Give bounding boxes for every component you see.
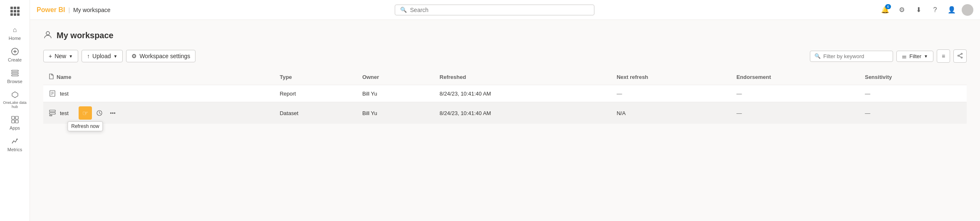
page-header: My workspace <box>43 30 967 41</box>
dataset-icon <box>48 109 57 117</box>
account-button[interactable]: 👤 <box>945 3 958 17</box>
svg-line-15 <box>959 54 961 55</box>
upload-button[interactable]: ↑ Upload ▼ <box>82 50 123 62</box>
col-next-refresh: Next refresh <box>611 69 731 85</box>
share-button[interactable] <box>953 49 967 63</box>
brand: Power BI | My workspace <box>37 6 111 14</box>
svg-point-12 <box>961 53 963 54</box>
name-cell: test ☞ Refresh now <box>43 102 275 124</box>
nav-item-metrics[interactable]: Metrics <box>0 134 30 155</box>
settings-icon: ⚙ <box>131 53 137 59</box>
user-avatar[interactable] <box>962 4 973 16</box>
filter-keyword-box[interactable]: 🔍 <box>810 51 893 62</box>
nav-item-label: OneLake data hub <box>2 101 28 109</box>
new-label: New <box>54 53 66 59</box>
create-icon <box>11 47 19 56</box>
refreshed-cell: 8/24/23, 10:41:40 AM <box>435 102 612 124</box>
schedule-button[interactable] <box>94 107 105 119</box>
svg-line-16 <box>959 56 961 57</box>
filter-button[interactable]: ⚌ Filter ▼ <box>896 51 933 62</box>
col-name: Name <box>43 69 275 85</box>
owner-cell: Bill Yu <box>357 102 435 124</box>
nav-item-label: Create <box>8 57 22 62</box>
chevron-down-icon: ▼ <box>69 54 73 59</box>
more-options-button[interactable]: ••• <box>107 107 119 119</box>
svg-rect-3 <box>12 70 18 71</box>
svg-point-10 <box>16 139 17 140</box>
notification-button[interactable]: 🔔 6 <box>879 3 892 17</box>
top-bar: Power BI | My workspace 🔍 🔔 6 ⚙ <box>30 0 980 20</box>
nav-item-browse[interactable]: Browse <box>0 66 30 87</box>
filter-icon: ⚌ <box>902 53 907 59</box>
new-button[interactable]: + New ▼ <box>43 50 78 62</box>
sensitivity-cell: — <box>860 85 967 102</box>
next-refresh-cell: N/A <box>611 102 731 124</box>
toolbar: + New ▼ ↑ Upload ▼ ⚙ Workspace settings … <box>43 49 967 63</box>
account-icon: 👤 <box>948 6 956 14</box>
nav-item-home[interactable]: ⌂ Home <box>0 22 30 44</box>
nav-item-label: Apps <box>10 125 20 130</box>
file-icon <box>48 74 54 81</box>
svg-point-11 <box>46 32 49 35</box>
svg-rect-9 <box>15 120 18 123</box>
nav-item-create[interactable]: Create <box>0 44 30 66</box>
nav-item-label: Browse <box>7 79 22 84</box>
metrics-icon <box>11 137 19 145</box>
nav-item-onelake[interactable]: OneLake data hub <box>0 87 30 112</box>
main-area: Power BI | My workspace 🔍 🔔 6 ⚙ <box>30 0 980 221</box>
settings-button[interactable]: ⚙ <box>895 3 908 17</box>
workspace-name: My workspace <box>73 7 110 13</box>
endorsement-cell: — <box>731 85 860 102</box>
name-cell: test <box>43 85 275 102</box>
content-area: My workspace + New ▼ ↑ Upload ▼ ⚙ Worksp… <box>30 20 980 221</box>
workspace-settings-button[interactable]: ⚙ Workspace settings <box>126 50 196 62</box>
refresh-now-button[interactable]: ☞ Refresh now <box>79 106 92 120</box>
type-cell: Report <box>275 85 357 102</box>
col-endorsement: Endorsement <box>731 69 860 85</box>
ellipsis-icon: ••• <box>110 110 116 116</box>
svg-rect-5 <box>12 75 18 76</box>
svg-rect-23 <box>49 110 55 112</box>
filter-input[interactable] <box>823 53 888 59</box>
search-input[interactable] <box>410 7 589 13</box>
endorsement-cell: — <box>731 102 860 124</box>
workspace-icon <box>43 30 52 41</box>
svg-rect-8 <box>12 120 15 123</box>
svg-point-14 <box>961 57 963 58</box>
row-name: test <box>60 91 69 97</box>
help-button[interactable]: ? <box>928 3 942 17</box>
upload-icon: ↑ <box>87 53 90 59</box>
type-cell: Dataset <box>275 102 357 124</box>
upload-label: Upload <box>92 53 111 59</box>
download-button[interactable]: ⬇ <box>912 3 925 17</box>
left-nav: ⌂ Home Create Browse OneLake data hub <box>0 0 30 221</box>
top-bar-actions: 🔔 6 ⚙ ⬇ ? 👤 <box>879 3 973 17</box>
browse-icon <box>11 69 19 77</box>
apps-icon <box>11 115 19 124</box>
svg-rect-24 <box>49 113 55 114</box>
search-box[interactable]: 🔍 <box>395 5 594 15</box>
search-area: 🔍 <box>117 5 872 15</box>
refresh-cursor-icon: ☞ <box>82 109 88 117</box>
svg-point-13 <box>958 55 959 56</box>
col-sensitivity: Sensitivity <box>860 69 967 85</box>
nav-item-label: Metrics <box>7 147 22 152</box>
home-icon: ⌂ <box>11 26 19 34</box>
report-icon <box>48 89 57 98</box>
search-icon: 🔍 <box>400 7 407 13</box>
col-owner: Owner <box>357 69 435 85</box>
col-type: Type <box>275 69 357 85</box>
svg-rect-7 <box>15 116 18 119</box>
view-toggle-button[interactable]: ≡ <box>937 49 950 63</box>
nav-item-apps[interactable]: Apps <box>0 112 30 134</box>
share-icon <box>957 53 963 60</box>
sensitivity-cell: — <box>860 102 967 124</box>
svg-rect-4 <box>12 73 18 74</box>
app-logo <box>0 3 30 22</box>
workspace-settings-label: Workspace settings <box>139 53 190 59</box>
svg-rect-25 <box>49 115 52 116</box>
page-title: My workspace <box>57 31 114 40</box>
owner-cell: Bill Yu <box>357 85 435 102</box>
row-name: test <box>60 110 69 116</box>
list-icon: ≡ <box>942 53 945 59</box>
